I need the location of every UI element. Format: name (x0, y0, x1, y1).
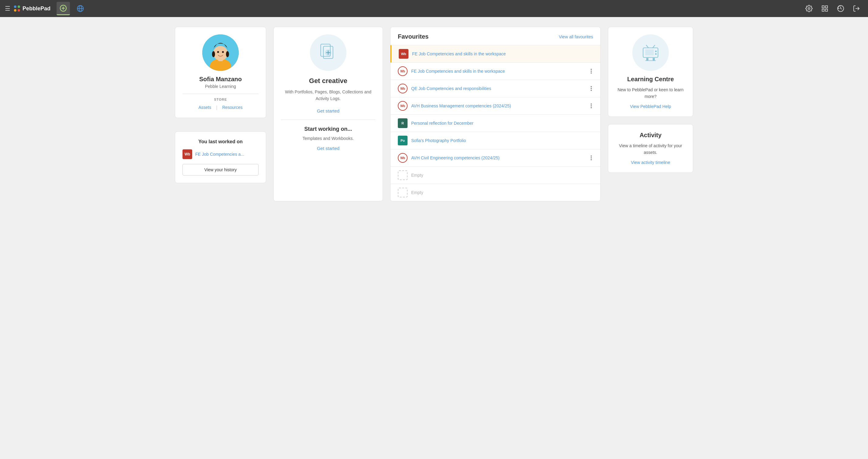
svg-point-20 (222, 51, 224, 53)
list-item[interactable]: R Personal reflection for December (391, 114, 600, 132)
favourites-list: Wb FE Job Competencies and skills in the… (391, 45, 600, 201)
last-item-text[interactable]: FE Job Competencies a... (195, 152, 244, 157)
user-name: Sofia Manzano (199, 76, 242, 83)
svg-point-34 (655, 53, 657, 55)
favourites-title: Favourites (398, 33, 429, 40)
more-options-button[interactable] (589, 67, 593, 75)
creative-icon-circle (310, 34, 346, 71)
fav-badge-wb-outline: Wb (398, 101, 407, 111)
svg-line-30 (646, 45, 648, 48)
get-started-link-templates[interactable]: Get started (317, 146, 339, 151)
sphere-button[interactable] (73, 2, 87, 15)
left-column: Sofia Manzano Pebble Learning STORE Asse… (175, 27, 266, 202)
grid-button[interactable] (818, 2, 832, 15)
view-activity-timeline-link[interactable]: View activity timeline (631, 160, 670, 165)
logo-dot-green (18, 5, 20, 8)
activity-title: Activity (616, 132, 685, 139)
last-item: Wb FE Job Competencies a... (183, 149, 258, 159)
list-item-empty: Empty (391, 166, 600, 184)
user-org: Pebble Learning (205, 84, 236, 89)
svg-point-19 (217, 51, 219, 53)
fav-item-text: FE Job Competencies and skills in the wo… (411, 69, 589, 73)
learning-centre-title: Learning Centre (616, 76, 685, 83)
list-item[interactable]: Wb AVH Civil Engineering competencies (2… (391, 149, 600, 166)
start-working-title: Start working on... (304, 126, 352, 132)
more-options-button[interactable] (589, 102, 593, 110)
list-item[interactable]: Wb FE Job Competencies and skills in the… (391, 62, 600, 80)
logo-area: PebblePad (14, 5, 51, 12)
start-working-desc: Templates and Workbooks. (303, 136, 354, 141)
fav-badge-wb: Wb (399, 49, 408, 59)
logo-text: PebblePad (23, 5, 51, 12)
svg-point-16 (213, 46, 228, 61)
assets-link[interactable]: Assets (198, 105, 211, 111)
list-item-empty: Empty (391, 184, 600, 201)
top-navigation: ☰ PebblePad (0, 0, 868, 17)
user-profile-card: Sofia Manzano Pebble Learning STORE Asse… (175, 27, 266, 118)
wb-badge: Wb (183, 149, 192, 159)
svg-point-18 (226, 51, 229, 57)
right-column: Learning Centre New to PebblePad or keen… (608, 27, 693, 202)
list-item[interactable]: Po Sofia's Photography Portfolio (391, 132, 600, 149)
creative-divider (281, 120, 375, 120)
last-worked-card: You last worked on Wb FE Job Competencie… (175, 131, 266, 183)
logout-button[interactable] (850, 2, 863, 15)
store-label: STORE (214, 98, 227, 101)
svg-point-33 (655, 51, 657, 52)
tv-icon-circle (632, 34, 669, 71)
logo-dot-yellow (14, 9, 17, 11)
main-content: Sofia Manzano Pebble Learning STORE Asse… (160, 17, 708, 211)
fav-badge-wb-outline: Wb (398, 66, 407, 76)
list-item[interactable]: Wb QE Job Competencies and responsibilit… (391, 80, 600, 97)
logo-dot-red (18, 9, 20, 11)
creative-desc: With Portfolios, Pages, Blogs, Collectio… (281, 89, 375, 102)
new-item-button[interactable] (57, 2, 70, 15)
resources-link[interactable]: Resources (222, 105, 243, 111)
svg-line-31 (653, 45, 655, 48)
svg-rect-9 (822, 9, 824, 11)
fav-item-text: Sofia's Photography Portfolio (411, 138, 593, 143)
logo-dot-blue (14, 5, 17, 8)
fav-badge-r: R (398, 118, 407, 128)
svg-rect-27 (646, 58, 648, 61)
fav-item-text: QE Job Competencies and responsibilities (411, 86, 589, 91)
more-options-button[interactable] (589, 154, 593, 161)
learning-centre-desc: New to PebblePad or keen to learn more? (616, 86, 685, 100)
favourites-header: Favourites View all favourites (391, 27, 600, 45)
store-links: Assets | Resources (198, 105, 242, 111)
favourites-card: Favourites View all favourites Wb FE Job… (390, 27, 601, 202)
svg-rect-7 (822, 6, 824, 8)
get-started-link-creative[interactable]: Get started (317, 108, 339, 114)
fav-item-text: FE Job Competencies and skills in the wo… (412, 52, 593, 56)
history-button[interactable] (834, 2, 847, 15)
list-item[interactable]: Wb FE Job Competencies and skills in the… (391, 45, 600, 62)
learning-centre-card: Learning Centre New to PebblePad or keen… (608, 27, 693, 117)
fav-badge-wb-outline: Wb (398, 84, 407, 93)
empty-label: Empty (411, 173, 423, 178)
fav-item-text: AVH Business Management competencies (20… (411, 103, 589, 108)
hamburger-icon[interactable]: ☰ (5, 5, 10, 12)
list-item[interactable]: Wb AVH Business Management competencies … (391, 97, 600, 114)
fav-badge-wb-outline: Wb (398, 153, 407, 163)
view-pebblepad-help-link[interactable]: View PebblePad Help (630, 104, 671, 109)
empty-placeholder-icon (398, 188, 407, 197)
logo-dots (14, 5, 20, 11)
activity-desc: View a timeline of activity for your ass… (616, 142, 685, 156)
svg-rect-10 (826, 9, 828, 11)
svg-rect-32 (645, 50, 654, 55)
svg-point-17 (212, 51, 215, 57)
svg-point-6 (808, 8, 810, 9)
fav-badge-po: Po (398, 136, 407, 145)
fav-item-text: AVH Civil Engineering competencies (2024… (411, 155, 589, 160)
get-creative-card: Get creative With Portfolios, Pages, Blo… (273, 27, 383, 202)
view-all-favourites-link[interactable]: View all favourites (559, 34, 593, 39)
more-options-button[interactable] (589, 85, 593, 92)
avatar (202, 34, 239, 71)
divider (183, 94, 258, 94)
fav-item-text: Personal reflection for December (411, 121, 593, 126)
empty-label: Empty (411, 190, 423, 195)
settings-button[interactable] (802, 2, 816, 15)
creative-title: Get creative (309, 77, 347, 85)
view-history-button[interactable]: View your history (183, 164, 258, 176)
svg-rect-8 (826, 6, 828, 8)
